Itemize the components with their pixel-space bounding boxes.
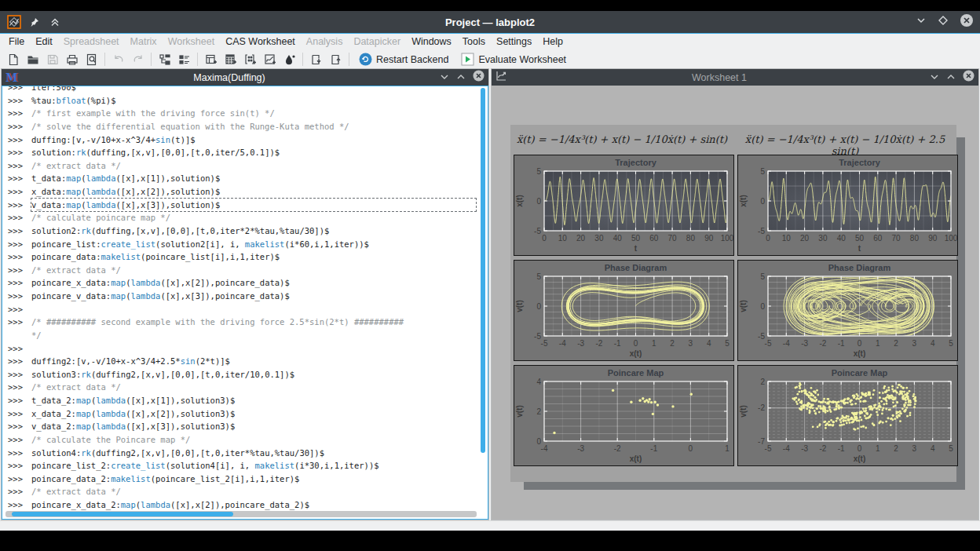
svg-text:20: 20 xyxy=(576,234,586,243)
svg-text:10: 10 xyxy=(782,234,792,243)
menubar: FileEditSpreadsheetMatrixWorksheetCAS Wo… xyxy=(0,34,980,49)
shade-icon[interactable] xyxy=(440,71,449,85)
plot-poincare-2[interactable]: -5-4-3-2-10123452-2-7Poincare Mapx(t)v(t… xyxy=(737,365,958,466)
menu-tools[interactable]: Tools xyxy=(457,35,491,49)
svg-text:0: 0 xyxy=(858,444,862,453)
export-icon[interactable] xyxy=(326,50,346,68)
window-titlebar[interactable]: Project — labplot2 xyxy=(0,11,980,34)
console-line: >>>iter:500$ xyxy=(8,86,476,94)
menu-matrix[interactable]: Matrix xyxy=(125,35,163,49)
save-project-icon[interactable] xyxy=(42,50,62,68)
print-preview-icon[interactable] xyxy=(82,50,101,68)
svg-text:1: 1 xyxy=(725,444,730,453)
close-subwindow-icon[interactable] xyxy=(963,70,975,85)
maximize-subwindow-icon[interactable] xyxy=(946,71,956,85)
console-line: >>>poincare_list_2:create_list(solution4… xyxy=(8,459,476,473)
menu-edit[interactable]: Edit xyxy=(30,35,58,49)
new-project-icon[interactable] xyxy=(3,50,23,68)
maxima-console[interactable]: >>>iter:500$>>>%tau:bfloat(%pi)$>>>/* fi… xyxy=(2,86,488,520)
svg-text:-1: -1 xyxy=(650,444,657,453)
svg-text:-2: -2 xyxy=(614,444,621,453)
svg-text:-4: -4 xyxy=(783,444,790,453)
svg-text:60: 60 xyxy=(649,234,659,243)
menu-windows[interactable]: Windows xyxy=(406,35,457,49)
menu-spreadsheet[interactable]: Spreadsheet xyxy=(58,35,125,49)
svg-text:-5: -5 xyxy=(541,339,548,348)
menu-settings[interactable]: Settings xyxy=(491,35,537,49)
menu-analysis[interactable]: Analysis xyxy=(301,35,349,49)
properties-explorer-icon[interactable] xyxy=(174,50,194,68)
pin-icon[interactable] xyxy=(27,14,42,30)
svg-text:-7: -7 xyxy=(758,437,765,446)
svg-text:2: 2 xyxy=(894,444,898,453)
console-line: >>>poincare_x_data:map(lambda([x],x[2]),… xyxy=(8,276,476,290)
maxima-titlebar[interactable]: M Maxima(Duffing) xyxy=(2,69,488,86)
plot-poincare-1[interactable]: -4-3-2-101024Poincare Mapx(t)v(t) xyxy=(514,365,734,466)
svg-text:-2: -2 xyxy=(819,339,826,348)
plot-trajectory-2[interactable]: 010203040506070809010050-5Trajectorytx(t… xyxy=(737,155,958,256)
console-line: >>>duffing:[v,-v/10+x-x^3/4+sin(t)]$ xyxy=(8,133,476,147)
project-explorer-icon[interactable] xyxy=(155,50,174,68)
menu-worksheet[interactable]: Worksheet xyxy=(163,35,221,49)
undo-icon[interactable] xyxy=(108,50,128,68)
shade-icon[interactable] xyxy=(930,71,939,85)
close-icon[interactable] xyxy=(960,13,974,31)
svg-text:t: t xyxy=(634,244,638,253)
svg-text:x(t): x(t) xyxy=(739,195,748,207)
svg-text:0: 0 xyxy=(760,302,765,311)
worksheet-titlebar[interactable]: Worksheet 1 xyxy=(492,69,978,86)
console-line: >>>/* calculate the Poincare map */ xyxy=(8,433,476,447)
new-notebook-icon[interactable] xyxy=(280,50,299,68)
console-lines: >>>iter:500$>>>%tau:bfloat(%pi)$>>>/* fi… xyxy=(8,86,476,512)
svg-text:-3: -3 xyxy=(801,444,808,453)
svg-text:1: 1 xyxy=(876,444,880,453)
svg-text:-2: -2 xyxy=(595,339,602,348)
new-workbook-icon[interactable] xyxy=(201,50,221,68)
maximize-subwindow-icon[interactable] xyxy=(456,71,466,85)
svg-text:4: 4 xyxy=(707,339,711,348)
console-line: >>>poincare_x_data_2:map(lambda([x],x[2]… xyxy=(8,498,476,512)
plot-phase-1[interactable]: -5-4-3-2-101234550-5Phase Diagramx(t)v(t… xyxy=(514,260,734,361)
menu-file[interactable]: File xyxy=(3,35,30,49)
vertical-scrollbar[interactable] xyxy=(480,88,486,508)
horizontal-scrollbar-thumb[interactable] xyxy=(12,512,233,516)
svg-text:30: 30 xyxy=(818,234,828,243)
plot-trajectory-1[interactable]: 010203040506070809010050-5Trajectorytx(t… xyxy=(514,155,734,256)
new-matrix-icon[interactable] xyxy=(240,50,260,68)
svg-text:5: 5 xyxy=(760,272,765,281)
vertical-scrollbar-thumb[interactable] xyxy=(481,88,485,453)
console-line: >>>x_data:map(lambda([x],x[2]),solution)… xyxy=(8,185,476,199)
svg-text:90: 90 xyxy=(928,234,938,243)
collapse-toolbar-icon[interactable] xyxy=(47,14,63,30)
restart-backend-button[interactable]: Restart Backend xyxy=(353,50,455,68)
close-subwindow-icon[interactable] xyxy=(473,70,485,85)
screen: Project — labplot2 FileEditSpreadsheetMa… xyxy=(0,0,980,551)
svg-text:100: 100 xyxy=(945,234,957,243)
worksheet-canvas[interactable]: ẍ(t) = −1/4x³(t) + x(t) − 1/10ẋ(t) + sin… xyxy=(492,86,978,520)
svg-text:3: 3 xyxy=(689,339,693,348)
svg-text:0: 0 xyxy=(536,437,541,446)
mdi-area: M Maxima(Duffing) >>>iter:500$>>>%tau:bf… xyxy=(0,68,980,520)
menu-datapicker[interactable]: Datapicker xyxy=(348,35,406,49)
redo-icon[interactable] xyxy=(128,50,148,68)
menu-help[interactable]: Help xyxy=(537,35,569,49)
svg-text:3: 3 xyxy=(912,339,917,348)
console-line: >>>solution:rk(duffing,[x,v],[0,0],[t,0,… xyxy=(8,146,476,159)
print-icon[interactable] xyxy=(62,50,82,68)
svg-text:0: 0 xyxy=(634,339,638,348)
new-spreadsheet-icon[interactable] xyxy=(221,50,240,68)
plot-phase-2[interactable]: -5-4-3-2-101234550-5Phase Diagramx(t)v(t… xyxy=(737,260,958,361)
import-icon[interactable] xyxy=(306,50,326,68)
horizontal-scrollbar[interactable] xyxy=(5,511,477,517)
minimize-icon[interactable] xyxy=(916,15,927,29)
svg-text:Poincare Map: Poincare Map xyxy=(608,368,664,378)
svg-text:-1: -1 xyxy=(838,339,845,348)
open-project-icon[interactable] xyxy=(23,50,42,68)
console-line: >>>poincare_data:makelist(poincare_list[… xyxy=(8,250,476,264)
new-worksheet-icon[interactable] xyxy=(260,50,280,68)
svg-text:-4: -4 xyxy=(559,339,566,348)
maximize-icon[interactable] xyxy=(938,15,949,29)
console-line: >>>/* ########## second example with the… xyxy=(8,316,476,329)
evaluate-worksheet-button[interactable]: Evaluate Worksheet xyxy=(455,50,572,68)
menu-cas-worksheet[interactable]: CAS Worksheet xyxy=(220,35,301,49)
